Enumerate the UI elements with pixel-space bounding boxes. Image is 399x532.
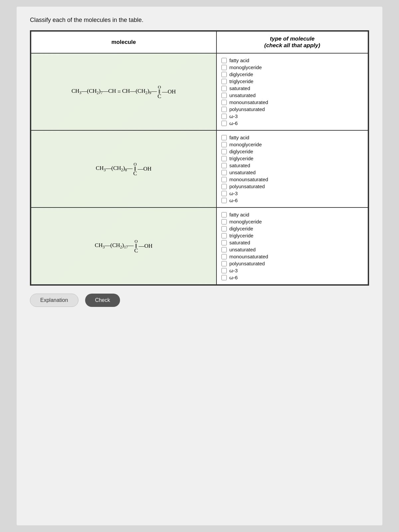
checkbox-list-3: fatty acid monoglyceride diglyceride tri… — [221, 211, 363, 281]
list-item: ω-6 — [221, 274, 363, 281]
checkbox-polyunsaturated-2[interactable] — [221, 184, 227, 189]
checkbox-monounsaturated-2[interactable] — [221, 177, 227, 182]
list-item: fatty acid — [221, 57, 363, 64]
list-item: ω-3 — [221, 267, 363, 274]
checkbox-polyunsaturated-3[interactable] — [221, 261, 227, 266]
checkbox-monoglyceride-2[interactable] — [221, 142, 227, 147]
checkbox-monoglyceride-3[interactable] — [221, 219, 227, 224]
list-item: diglyceride — [221, 71, 363, 78]
checkbox-monounsaturated-3[interactable] — [221, 254, 227, 259]
type-cell-1: fatty acid monoglyceride diglyceride tri… — [216, 53, 368, 130]
explanation-button[interactable]: Explanation — [30, 294, 78, 307]
checkbox-omega6-1[interactable] — [221, 121, 227, 126]
table-row: CH3—(CH2)8— O ‖ C —OH — [31, 130, 368, 207]
checkbox-saturated-3[interactable] — [221, 240, 227, 245]
checkbox-monoglyceride-1[interactable] — [221, 65, 227, 70]
checkbox-list-2: fatty acid monoglyceride diglyceride tri… — [221, 134, 363, 204]
list-item: polyunsaturated — [221, 106, 363, 113]
checkbox-diglyceride-1[interactable] — [221, 72, 227, 77]
checkbox-omega3-1[interactable] — [221, 114, 227, 119]
list-item: fatty acid — [221, 211, 363, 218]
checkbox-fatty-acid-3[interactable] — [221, 212, 227, 217]
molecule-cell-1: CH3—(CH2)7—CH = CH—(CH2)9— O ‖ C —OH — [31, 53, 216, 130]
checkbox-omega3-3[interactable] — [221, 268, 227, 273]
check-button[interactable]: Check — [85, 294, 120, 307]
page-container: Classify each of the molecules in the ta… — [17, 7, 382, 525]
list-item: triglyceride — [221, 78, 363, 85]
instruction-text: Classify each of the molecules in the ta… — [30, 17, 369, 24]
molecule-formula-3: CH3—(CH2)17— O ‖ C —OH — [38, 239, 209, 253]
checkbox-triglyceride-1[interactable] — [221, 79, 227, 84]
list-item: monounsaturated — [221, 253, 363, 260]
checkbox-unsaturated-1[interactable] — [221, 93, 227, 98]
list-item: unsaturated — [221, 169, 363, 176]
list-item: triglyceride — [221, 232, 363, 239]
list-item: ω-6 — [221, 197, 363, 204]
list-item: unsaturated — [221, 246, 363, 253]
checkbox-diglyceride-3[interactable] — [221, 226, 227, 231]
type-cell-3: fatty acid monoglyceride diglyceride tri… — [216, 207, 368, 285]
classification-table: molecule type of molecule (check all tha… — [30, 30, 369, 286]
list-item: ω-3 — [221, 113, 363, 120]
type-cell-2: fatty acid monoglyceride diglyceride tri… — [216, 130, 368, 207]
checkbox-fatty-acid-1[interactable] — [221, 58, 227, 63]
list-item: monoglyceride — [221, 141, 363, 148]
list-item: triglyceride — [221, 155, 363, 162]
table-row: CH3—(CH2)17— O ‖ C —OH — [31, 207, 368, 285]
list-item: monounsaturated — [221, 176, 363, 183]
col-header-molecule: molecule — [31, 31, 216, 53]
checkbox-omega3-2[interactable] — [221, 191, 227, 196]
checkbox-saturated-2[interactable] — [221, 163, 227, 168]
checkbox-triglyceride-3[interactable] — [221, 233, 227, 238]
list-item: fatty acid — [221, 134, 363, 141]
list-item: diglyceride — [221, 225, 363, 232]
checkbox-diglyceride-2[interactable] — [221, 149, 227, 154]
checkbox-omega6-3[interactable] — [221, 275, 227, 280]
molecule-formula-1: CH3—(CH2)7—CH = CH—(CH2)9— O ‖ C —OH — [38, 85, 209, 99]
list-item: unsaturated — [221, 92, 363, 99]
checkbox-omega6-2[interactable] — [221, 198, 227, 203]
checkbox-unsaturated-2[interactable] — [221, 170, 227, 175]
list-item: monounsaturated — [221, 99, 363, 106]
list-item: ω-6 — [221, 120, 363, 127]
list-item: polyunsaturated — [221, 183, 363, 190]
list-item: diglyceride — [221, 148, 363, 155]
col-header-type: type of molecule (check all that apply) — [216, 31, 368, 53]
molecule-formula-2: CH3—(CH2)8— O ‖ C —OH — [38, 162, 209, 176]
list-item: saturated — [221, 239, 363, 246]
checkbox-polyunsaturated-1[interactable] — [221, 107, 227, 112]
checkbox-triglyceride-2[interactable] — [221, 156, 227, 161]
checkbox-monounsaturated-1[interactable] — [221, 100, 227, 105]
checkbox-fatty-acid-2[interactable] — [221, 135, 227, 140]
checkbox-saturated-1[interactable] — [221, 86, 227, 91]
checkbox-list-1: fatty acid monoglyceride diglyceride tri… — [221, 57, 363, 127]
list-item: saturated — [221, 85, 363, 92]
molecule-cell-3: CH3—(CH2)17— O ‖ C —OH — [31, 207, 216, 285]
molecule-cell-2: CH3—(CH2)8— O ‖ C —OH — [31, 130, 216, 207]
list-item: ω-3 — [221, 190, 363, 197]
list-item: monoglyceride — [221, 218, 363, 225]
list-item: saturated — [221, 162, 363, 169]
list-item: monoglyceride — [221, 64, 363, 71]
table-row: CH3—(CH2)7—CH = CH—(CH2)9— O ‖ C —OH — [31, 53, 368, 130]
bottom-buttons: Explanation Check — [30, 294, 369, 307]
checkbox-unsaturated-3[interactable] — [221, 247, 227, 252]
list-item: polyunsaturated — [221, 260, 363, 267]
